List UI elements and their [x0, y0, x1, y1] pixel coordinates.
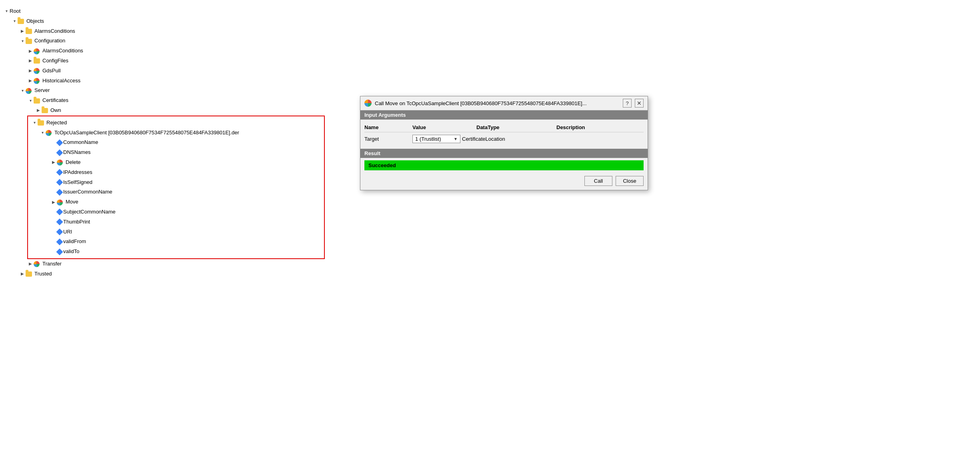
tree-node-issuercommonname[interactable]: IssuerCommonName — [28, 187, 324, 197]
dialog-footer: Call Close — [360, 173, 648, 190]
dialog-close-button[interactable]: ✕ — [635, 99, 644, 108]
toggle-configuration[interactable]: ▾ — [19, 38, 26, 44]
toggle-server[interactable]: ▾ — [19, 88, 26, 94]
tree-node-delete[interactable]: ▶ Delete — [28, 158, 324, 168]
tree-node-alarmsconditions2[interactable]: ▶ AlarmsConditions — [3, 46, 325, 56]
property-icon-commonname — [56, 139, 63, 146]
globe-icon — [34, 48, 41, 54]
folder-icon — [26, 28, 33, 34]
tree-node-dnsnames[interactable]: DNSNames — [28, 148, 324, 158]
label-commonname: CommonName — [63, 138, 98, 147]
close-button[interactable]: Close — [616, 176, 644, 186]
folder-icon — [18, 18, 25, 24]
tree-node-gdspull[interactable]: ▶ GdsPull — [3, 66, 325, 76]
toggle-trusted[interactable]: ▶ — [19, 271, 26, 277]
globe-icon — [34, 78, 41, 84]
property-icon-thumbprint — [56, 219, 63, 226]
label-alarmsconditions1: AlarmsConditions — [34, 27, 75, 36]
tree-node-thumbprint[interactable]: ThumbPrint — [28, 217, 324, 227]
table-headers: Name Value DataType Description — [364, 123, 644, 132]
folder-icon — [26, 38, 33, 44]
col-header-datatype: DataType — [476, 124, 556, 130]
tree-node-client[interactable]: ▾ TcOpcUaSampleClient [03B05B940680F7534… — [28, 128, 324, 138]
toggle-configfiles[interactable]: ▶ — [27, 58, 34, 64]
globe-icon-move — [57, 199, 64, 206]
toggle-rejected[interactable]: ▾ — [31, 120, 38, 126]
label-subjectcommonname: SubjectCommonName — [63, 208, 116, 216]
label-historicalaccess: HistoricalAccess — [42, 77, 80, 85]
folder-icon-trusted — [26, 271, 33, 277]
input-arguments-header: Input Arguments — [360, 110, 648, 120]
globe-icon — [26, 88, 33, 94]
toggle-root[interactable]: ▾ — [3, 8, 10, 14]
folder-icon-rejected — [38, 120, 45, 126]
toggle-alarmsconditions1[interactable]: ▶ — [19, 28, 26, 34]
tree-node-historicalaccess[interactable]: ▶ HistoricalAccess — [3, 76, 325, 86]
dialog-body: Input Arguments Name Value DataType Desc… — [360, 110, 648, 190]
tree-node-configuration[interactable]: ▾ Configuration — [3, 36, 325, 46]
label-trusted: Trusted — [34, 270, 52, 278]
tree-node-move[interactable]: ▶ Move — [28, 197, 324, 207]
toggle-own[interactable]: ▶ — [35, 107, 42, 114]
property-icon-dnsnames — [56, 149, 63, 156]
tree-node-certificates[interactable]: ▾ Certificates — [3, 96, 325, 106]
label-validfrom: validFrom — [63, 237, 86, 246]
tree-node-isselfsigned[interactable]: IsSelfSigned — [28, 178, 324, 188]
label-thumbprint: ThumbPrint — [63, 218, 90, 226]
label-root: Root — [10, 7, 20, 16]
label-validto: validTo — [63, 247, 79, 256]
rejected-section: ▾ Rejected ▾ TcOpcUaSampleClient [03B05B… — [27, 116, 325, 259]
tree-node-subjectcommonname[interactable]: SubjectCommonName — [28, 207, 324, 217]
label-delete: Delete — [66, 158, 81, 167]
tree-node-commonname[interactable]: CommonName — [28, 138, 324, 148]
toggle-objects[interactable]: ▾ — [11, 18, 18, 24]
label-certificates: Certificates — [42, 96, 68, 105]
property-icon-validfrom — [56, 238, 63, 245]
tree-node-validfrom[interactable]: validFrom — [28, 237, 324, 247]
toggle-transfer[interactable]: ▶ — [27, 261, 34, 267]
toggle-alarmsconditions2[interactable]: ▶ — [27, 48, 34, 54]
tree-node-configfiles[interactable]: ▶ ConfigFiles — [3, 56, 325, 66]
dialog-title-icon — [364, 100, 372, 107]
label-dnsnames: DNSNames — [63, 148, 91, 157]
dialog-title-text: Call Move on TcOpcUaSampleClient [03B05B… — [375, 100, 620, 106]
toggle-historicalaccess[interactable]: ▶ — [27, 78, 34, 84]
toggle-gdspull[interactable]: ▶ — [27, 68, 34, 74]
tree-panel: ▾ Root ▾ Objects ▶ AlarmsConditions ▾ Co… — [0, 0, 328, 473]
call-move-dialog: Call Move on TcOpcUaSampleClient [03B05B… — [360, 96, 648, 190]
col-header-description: Description — [556, 124, 644, 130]
globe-icon-delete — [57, 159, 64, 166]
toggle-delete[interactable]: ▶ — [50, 159, 57, 166]
label-alarmsconditions2: AlarmsConditions — [42, 47, 83, 55]
folder-icon — [34, 58, 41, 64]
tree-node-trusted[interactable]: ▶ Trusted — [3, 269, 325, 279]
globe-icon — [34, 68, 41, 74]
toggle-move[interactable]: ▶ — [50, 199, 57, 206]
property-icon-subjectcommonname — [56, 209, 63, 216]
label-client: TcOpcUaSampleClient [03B05B940680F7534F7… — [54, 129, 239, 137]
property-icon-isselfsigned — [56, 179, 63, 186]
dropdown-arrow-icon: ▼ — [454, 137, 458, 141]
tree-node-rejected[interactable]: ▾ Rejected — [28, 118, 324, 128]
property-icon-validto — [56, 248, 63, 255]
toggle-certificates[interactable]: ▾ — [27, 98, 34, 104]
tree-node-alarmsconditions1[interactable]: ▶ AlarmsConditions — [3, 26, 325, 36]
call-button[interactable]: Call — [584, 176, 612, 186]
tree-node-objects[interactable]: ▾ Objects — [3, 16, 325, 26]
tree-node-uri[interactable]: URI — [28, 227, 324, 237]
label-ipaddresses: IPAddresses — [63, 168, 92, 177]
target-value-dropdown[interactable]: 1 (Trustlist) ▼ — [412, 135, 460, 143]
tree-node-own[interactable]: ▶ Own — [3, 106, 325, 116]
tree-node-validto[interactable]: validTo — [28, 247, 324, 257]
tree-node-server[interactable]: ▾ Server — [3, 86, 325, 96]
toggle-client[interactable]: ▾ — [39, 130, 46, 136]
dialog-help-button[interactable]: ? — [623, 99, 632, 108]
dropdown-value-text: 1 (Trustlist) — [415, 136, 441, 142]
tree-node-ipaddresses[interactable]: IPAddresses — [28, 168, 324, 178]
input-row-target: Target 1 (Trustlist) ▼ CertificateLocati… — [364, 132, 644, 146]
tree-node-root[interactable]: ▾ Root — [3, 6, 325, 16]
row-datatype-target: CertificateLocation — [462, 136, 505, 142]
input-table: Name Value DataType Description Target 1… — [360, 120, 648, 149]
result-section: Succeeded — [360, 160, 648, 170]
tree-node-transfer[interactable]: ▶ Transfer — [3, 259, 325, 269]
